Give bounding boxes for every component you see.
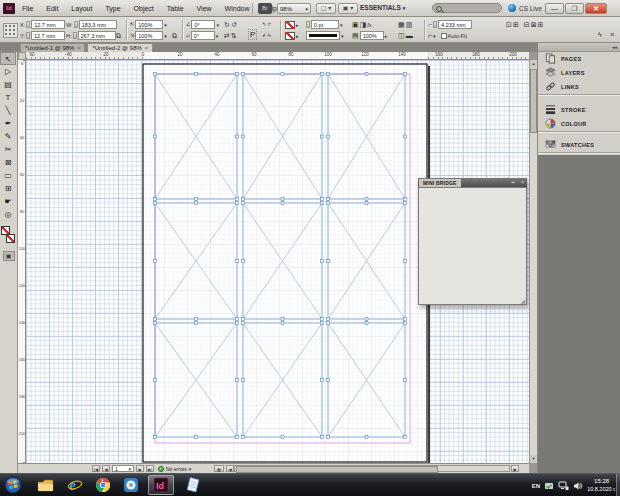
page-number-field[interactable]: 1▾ <box>112 465 134 472</box>
menu-view[interactable]: View <box>195 4 214 13</box>
dock-panel-swatches[interactable]: SWATCHES <box>538 138 620 152</box>
minimize-button[interactable]: — <box>545 3 564 14</box>
fill-color-swatch[interactable] <box>285 32 295 40</box>
taskbar-clock[interactable]: 15:28 10.8.2020 г. <box>587 477 616 493</box>
wrap-off-icon[interactable]: ▦ <box>398 20 405 29</box>
zoom-tool[interactable]: ◎ <box>0 208 16 221</box>
type-tool[interactable]: T <box>0 91 16 104</box>
zoom-level-control[interactable]: 98%▾ <box>277 3 311 14</box>
action-center-icon[interactable] <box>544 477 554 495</box>
menu-object[interactable]: Object <box>132 4 156 13</box>
taskbar-app-windows-explorer[interactable] <box>32 475 58 495</box>
ruler-origin-corner[interactable] <box>18 52 26 60</box>
vertical-scrollbar[interactable]: ▲ ▼ <box>529 60 537 463</box>
stroke-color-swatch[interactable] <box>285 21 295 29</box>
h-stepper[interactable] <box>73 32 77 39</box>
shear-field[interactable]: 0° <box>191 31 215 40</box>
menu-table[interactable]: Table <box>165 4 186 13</box>
wrap-below-icon[interactable]: ▬ <box>406 31 413 40</box>
stroke-weight-stepper[interactable] <box>306 21 310 28</box>
hand-tool[interactable]: ☛ <box>0 195 16 208</box>
last-page-button[interactable]: ▶| <box>146 465 154 472</box>
mini-bridge-tab[interactable]: MINI BRIDGE <box>419 179 461 187</box>
resize-grip-icon[interactable]: ◢ <box>520 298 525 304</box>
select-content-icon[interactable]: ↱ <box>267 20 271 29</box>
cs-live-button[interactable]: CS Live <box>508 4 542 12</box>
opacity-field[interactable]: 100% <box>360 31 384 40</box>
panel-collapse-icon[interactable]: ▪▪ <box>511 179 515 186</box>
rectangle-tool[interactable]: ▭ <box>0 169 16 182</box>
rotate-cw-icon[interactable]: ↻ <box>224 20 230 29</box>
taskbar-app-internet-explorer[interactable]: e <box>62 475 88 495</box>
y-field[interactable]: 12.7 mm <box>31 31 65 40</box>
search-input[interactable] <box>432 3 502 13</box>
pencil-tool[interactable]: ✎ <box>0 130 16 143</box>
autofit-checkbox[interactable] <box>441 33 447 39</box>
selection-tool[interactable]: ↖ <box>0 52 16 65</box>
next-page-button[interactable]: ▶ <box>136 465 144 472</box>
first-page-button[interactable]: |◀ <box>92 465 100 472</box>
scroll-up-icon[interactable]: ▲ <box>530 60 537 68</box>
stroke-swatch[interactable] <box>6 234 15 243</box>
w-stepper[interactable] <box>74 21 78 28</box>
horizontal-scrollbar[interactable] <box>234 465 510 472</box>
network-icon[interactable] <box>558 477 569 495</box>
vertical-scroll-thumb[interactable] <box>530 69 537 133</box>
wrap-around-icon[interactable]: ▥ <box>406 20 413 29</box>
quick-apply-icon[interactable]: ϟ <box>598 23 602 45</box>
scroll-down-icon[interactable]: ▼ <box>530 455 537 463</box>
corner-stepper[interactable] <box>433 21 437 28</box>
view-options-icon[interactable]: ▢ ▾ <box>316 3 336 14</box>
panel-menu-icon[interactable]: ≡ <box>610 23 614 45</box>
wrap-jump-icon[interactable]: ◫ <box>398 31 405 40</box>
line-tool[interactable]: ╲ <box>0 104 16 117</box>
corner-size-field[interactable]: 4.233 mm <box>438 20 472 29</box>
direct-selection-tool[interactable]: ▷ <box>0 65 16 78</box>
close-button[interactable]: ✕ <box>585 3 607 14</box>
tab-close-icon[interactable]: × <box>145 45 148 51</box>
rotation-field[interactable]: 0° <box>191 20 215 29</box>
horizontal-scroll-thumb[interactable] <box>236 466 438 473</box>
scissors-tool[interactable]: ✂ <box>0 143 16 156</box>
x-stepper[interactable] <box>26 21 30 28</box>
center-content-icon[interactable]: ⊟ <box>524 20 530 29</box>
width-field[interactable]: 183.3 mm <box>79 20 117 29</box>
flip-vertical-icon[interactable]: ⇅ <box>231 31 237 40</box>
screen-mode-icon[interactable]: ▣ ▾ <box>338 3 358 14</box>
dock-panel-links[interactable]: LINKS <box>538 80 620 94</box>
free-transform-tool[interactable]: ⊞ <box>0 182 16 195</box>
screen-mode-button[interactable]: ▣ <box>3 251 15 261</box>
fit-proportionally-icon[interactable]: ⊞ <box>538 20 544 29</box>
drop-shadow-icon[interactable]: ▣ <box>352 20 359 29</box>
start-button[interactable] <box>4 476 22 494</box>
taskbar-app-chrome[interactable] <box>90 475 116 495</box>
fill-frame-icon[interactable]: ⊠ <box>531 20 537 29</box>
bridge-icon[interactable]: Br <box>258 3 272 14</box>
language-indicator[interactable]: EN <box>532 483 540 489</box>
document-tab-2[interactable]: *Untitled-2 @ 98%× <box>87 43 152 52</box>
y-stepper[interactable] <box>26 32 30 39</box>
reference-point-proxy[interactable] <box>3 19 18 41</box>
menu-edit[interactable]: Edit <box>44 4 60 13</box>
preflight-menu-icon[interactable]: ▦ <box>214 465 224 472</box>
show-desktop-button[interactable] <box>616 474 620 496</box>
select-next-icon[interactable]: ↳ <box>267 31 271 40</box>
fx-button[interactable]: fx. <box>367 22 373 28</box>
transparency-icon[interactable]: ◨ <box>360 20 367 29</box>
menu-type[interactable]: Type <box>103 4 122 13</box>
dock-panel-colour[interactable]: COLOUR <box>538 117 620 131</box>
menu-file[interactable]: File <box>20 4 35 13</box>
flip-horizontal-icon[interactable]: ⇄ <box>224 31 230 40</box>
x-field[interactable]: 12.7 mm <box>31 20 65 29</box>
menu-window[interactable]: Window <box>223 4 252 13</box>
page-tool[interactable]: ▤ <box>0 78 16 91</box>
document-tab-1[interactable]: *Untitled-1 @ 98%× <box>20 43 85 52</box>
fit-frame-icon[interactable]: ⊞ <box>513 20 519 29</box>
preflight-status[interactable]: No errors ▾ <box>158 465 191 472</box>
stroke-type-field[interactable] <box>306 31 340 40</box>
rotate-ccw-icon[interactable]: ↺ <box>231 20 237 29</box>
select-previous-icon[interactable]: ↲ <box>262 31 266 40</box>
pasteboard[interactable]: ▪▪ × MINI BRIDGE ◢ <box>26 60 529 463</box>
fit-content-icon[interactable]: ⊡ <box>506 20 512 29</box>
restore-button[interactable]: ❐ <box>565 3 584 14</box>
